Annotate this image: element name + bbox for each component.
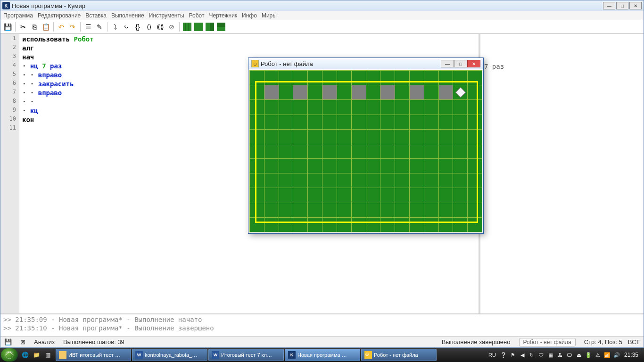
main-window: K Новая программа - Кумир — □ ✕ Программ… [0, 0, 644, 348]
grid-btn[interactable] [182, 22, 192, 32]
separator [53, 22, 54, 32]
separator [80, 22, 81, 32]
player-icon[interactable]: ▥ [42, 350, 53, 360]
system-tray: RU ❔ ⚑ ◀ ↻ 🛡 ▦ 🖧 🖵 ⏏ 🔋 ⚠ 📶 🔊 21:35 [487, 351, 643, 359]
status-exec: Выполнение завершено [442, 338, 511, 346]
menu-чертежник[interactable]: Чертежник [209, 12, 238, 19]
brace-icon[interactable]: {} [132, 22, 143, 32]
window-controls: — □ ✕ [603, 2, 642, 9]
robot-minimize-button[interactable]: — [441, 60, 454, 67]
taskbar: 🌐 📁 ▥ ИВТ итоговый тест …Wkontrolnaya_ra… [0, 348, 644, 362]
grid-btn[interactable] [216, 22, 226, 32]
ie-icon[interactable]: 🌐 [20, 350, 30, 360]
tray-volume-icon[interactable]: 🔊 [613, 351, 620, 359]
menu-миры[interactable]: Миры [262, 12, 277, 19]
quick-launch: 🌐 📁 ▥ [20, 350, 53, 360]
list-icon[interactable]: ☰ [83, 22, 93, 32]
copy-icon[interactable]: ⎘ [29, 22, 40, 32]
redo-icon[interactable]: ↷ [67, 22, 78, 32]
separator [107, 22, 107, 32]
task-items: ИВТ итоговый тест …Wkontrolnaya_rabota_…… [56, 349, 438, 361]
menubar: ПрограммаРедактированиеВставкаВыполнение… [0, 11, 644, 20]
task-item[interactable]: ИВТ итоговый тест … [56, 349, 131, 361]
grid-btn[interactable] [193, 22, 204, 32]
robot-window[interactable]: ☺ Робот - нет файла — □ ✕ [248, 58, 484, 234]
robot-title: Робот - нет файла [261, 60, 313, 67]
step-into-icon[interactable]: ⤵ [110, 22, 120, 32]
tray-battery-icon[interactable]: 🔋 [585, 351, 592, 359]
menu-робот[interactable]: Робот [189, 12, 205, 19]
main-area: 1234567891011 использовать Роботалгнач· … [0, 33, 644, 313]
tray-help-icon[interactable]: ❔ [500, 351, 507, 359]
cut-icon[interactable]: ✂ [18, 22, 28, 32]
robot-status-pill[interactable]: Робот - нет файла [519, 338, 576, 346]
robot-grid [249, 70, 482, 232]
separator [179, 22, 180, 32]
tray-sync-icon[interactable]: ↻ [528, 351, 536, 359]
tray-app-icon[interactable]: ▦ [547, 351, 554, 359]
menu-вставка[interactable]: Вставка [85, 12, 107, 19]
task-item[interactable]: ☺Робот - нет файла [361, 349, 437, 361]
robot-titlebar[interactable]: ☺ Робот - нет файла — □ ✕ [248, 58, 483, 69]
brace-icon[interactable]: ⟨⟩ [144, 22, 154, 32]
titlebar[interactable]: K Новая программа - Кумир — □ ✕ [0, 0, 644, 11]
statusbar: 💾 ⊠ Анализ Выполнено шагов: 39 Выполнени… [0, 336, 644, 347]
task-item[interactable]: Wkontrolnaya_rabota_… [132, 349, 207, 361]
tray-shield-icon[interactable]: 🛡 [537, 351, 545, 359]
stop-icon[interactable]: ⊘ [166, 22, 177, 32]
status-steps: Выполнено шагов: 39 [63, 338, 124, 346]
robot-close-button[interactable]: ✕ [467, 60, 480, 67]
tray-usb-icon[interactable]: ⏏ [575, 351, 583, 359]
save-status-icon[interactable]: 💾 [4, 338, 12, 346]
robot-window-controls: — □ ✕ [441, 60, 480, 67]
robot-maximize-button[interactable]: □ [454, 60, 467, 67]
tray-wifi-icon[interactable]: 📶 [603, 351, 611, 359]
margin-panel: 7 раз [479, 34, 644, 313]
menu-выполнение[interactable]: Выполнение [111, 12, 144, 19]
separator [15, 22, 16, 32]
task-item[interactable]: WИтоговый тест 7 кл… [208, 349, 284, 361]
explorer-icon[interactable]: 📁 [31, 350, 41, 360]
tray-chevron-icon[interactable]: ◀ [519, 351, 526, 359]
status-analysis: Анализ [34, 338, 55, 346]
rename-icon[interactable]: ✎ [94, 22, 105, 32]
maximize-button[interactable]: □ [616, 2, 628, 9]
menu-инфо[interactable]: Инфо [242, 12, 257, 19]
task-item[interactable]: KНовая программа … [285, 349, 360, 361]
grid-btn[interactable] [205, 22, 215, 32]
menu-редактирование[interactable]: Редактирование [38, 12, 81, 19]
tray-display-icon[interactable]: 🖵 [566, 351, 573, 359]
window-title: Новая программа - Кумир [12, 2, 85, 9]
line-gutter: 1234567891011 [0, 34, 19, 313]
tray-network-icon[interactable]: 🖧 [556, 351, 564, 359]
brace-icon[interactable]: ⟪⟫ [155, 22, 165, 32]
paste-icon[interactable]: 📋 [41, 22, 51, 32]
close-button[interactable]: ✕ [629, 2, 642, 9]
tray-warn-icon[interactable]: ⚠ [594, 351, 602, 359]
toolbar: 💾 ✂ ⎘ 📋 ↶ ↷ ☰ ✎ ⤵ ⤿ {} ⟨⟩ ⟪⟫ ⊘ [0, 20, 644, 33]
robot-app-icon: ☺ [251, 60, 259, 67]
insert-mode: ВСТ [628, 338, 640, 346]
output-panel[interactable]: >> 21:35:09 - Новая программа* - Выполне… [0, 313, 644, 336]
menu-инструменты[interactable]: Инструменты [149, 12, 184, 19]
undo-icon[interactable]: ↶ [56, 22, 66, 32]
language-indicator[interactable]: RU [487, 352, 498, 358]
menu-программа[interactable]: Программа [3, 12, 33, 19]
cursor-position: Стр: 4, Поз: 5 [584, 338, 622, 346]
tray-flag-icon[interactable]: ⚑ [509, 351, 517, 359]
step-over-icon[interactable]: ⤿ [121, 22, 132, 32]
minimize-button[interactable]: — [603, 2, 615, 9]
discard-icon[interactable]: ⊠ [20, 338, 25, 346]
clock[interactable]: 21:35 [622, 352, 640, 358]
save-icon[interactable]: 💾 [2, 22, 13, 32]
start-button[interactable] [1, 348, 18, 362]
robot-field[interactable] [249, 70, 482, 232]
app-icon: K [2, 2, 10, 9]
